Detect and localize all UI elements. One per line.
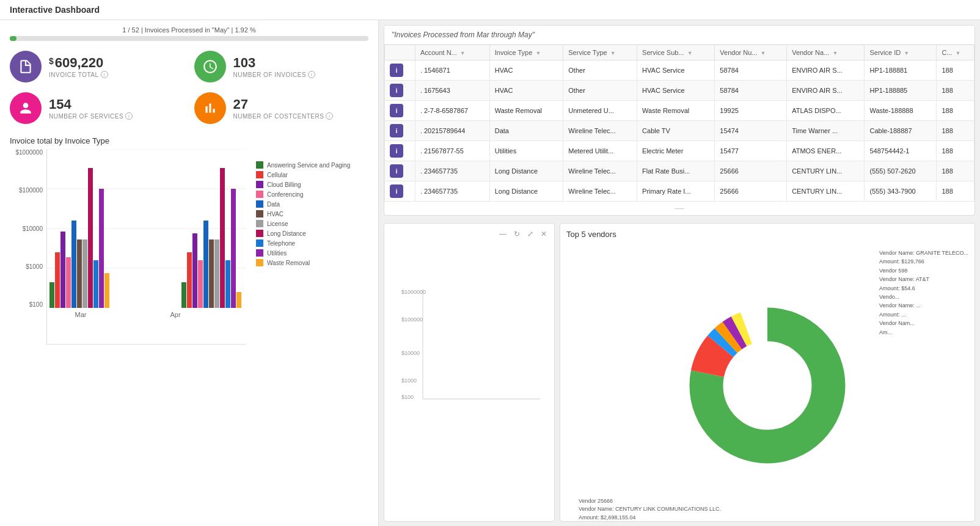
legend-telephone: Telephone bbox=[256, 239, 368, 247]
table-row[interactable]: i . 1675643 HVAC Other HVAC Service 5878… bbox=[385, 81, 975, 101]
cell-service-id: HP1-188881 bbox=[865, 60, 937, 81]
cell-service-type: Other bbox=[563, 81, 637, 101]
svg-rect-10 bbox=[82, 239, 87, 308]
vendor-annotation-7: Vendor Name: ... bbox=[879, 301, 968, 310]
table-row[interactable]: i . 2-7-8-6587867 Waste Removal Unmetere… bbox=[385, 101, 975, 121]
cell-service-id: HP1-188885 bbox=[865, 81, 937, 101]
cell-vendor-nu: 58784 bbox=[715, 60, 787, 81]
svg-rect-24 bbox=[231, 189, 236, 308]
vendor-annotation-2: Amount: $129,766 bbox=[879, 257, 968, 266]
cell-service-id: (555) 343-7900 bbox=[865, 181, 937, 202]
progress-bar-fill bbox=[10, 36, 16, 41]
col-service-type[interactable]: Service Type ▼ bbox=[563, 45, 637, 60]
invoice-total-info-icon[interactable]: i bbox=[101, 71, 108, 78]
kpi-num-invoices-label: NUMBER OF INVOICES i bbox=[233, 71, 316, 78]
col-vendor-nu[interactable]: Vendor Nu... ▼ bbox=[715, 45, 787, 60]
kpi-grid: $609,220 INVOICE TOTAL i 103 bbox=[10, 51, 368, 124]
col-service-sub[interactable]: Service Sub... ▼ bbox=[637, 45, 715, 60]
svg-text:$10000: $10000 bbox=[401, 350, 420, 356]
legend-license: License bbox=[256, 220, 368, 227]
col-account-n[interactable]: Account N... ▼ bbox=[415, 45, 489, 60]
bottom-panels: — ↻ ⤢ ✕ $1000000 $100000 bbox=[379, 221, 980, 526]
table-row[interactable]: i . 234657735 Long Distance Wireline Tel… bbox=[385, 181, 975, 202]
close-button[interactable]: ✕ bbox=[538, 228, 549, 239]
kpi-icon-person bbox=[10, 92, 42, 124]
vendor-bottom-annotation-3: Amount: $2,698,155.04 bbox=[579, 514, 721, 522]
table-row[interactable]: i . 234657735 Long Distance Wireline Tel… bbox=[385, 161, 975, 181]
kpi-num-services-label: NUMBER OF SERVICES i bbox=[49, 112, 133, 120]
legend-cellular: Cellular bbox=[256, 171, 368, 178]
row-info-cell: i bbox=[385, 181, 415, 202]
svg-point-39 bbox=[723, 342, 811, 429]
num-invoices-info-icon[interactable]: i bbox=[308, 71, 315, 78]
cell-service-sub: Primary Rate I... bbox=[637, 181, 715, 202]
vendor-annotation-9: Vendor Nam... bbox=[879, 319, 968, 327]
table-row[interactable]: i . 20215789644 Data Wireline Telec... C… bbox=[385, 121, 975, 141]
row-info-cell: i bbox=[385, 101, 415, 121]
num-costcenters-info-icon[interactable]: i bbox=[326, 112, 333, 120]
progress-bar-container bbox=[10, 36, 368, 41]
num-services-info-icon[interactable]: i bbox=[125, 112, 133, 120]
svg-rect-16 bbox=[187, 252, 192, 308]
col-c[interactable]: C... ▼ bbox=[937, 45, 975, 60]
col-invoice-type[interactable]: Invoice Type ▼ bbox=[489, 45, 563, 60]
row-info-button[interactable]: i bbox=[390, 144, 403, 158]
refresh-button[interactable]: ↻ bbox=[511, 228, 522, 239]
main-content: 1 / 52 | Invoices Processed in "May" | 1… bbox=[0, 20, 980, 526]
invoice-table: Account N... ▼ Invoice Type ▼ Service Ty… bbox=[384, 45, 975, 202]
kpi-num-costcenters-values: 27 NUMBER OF COSTCENTERS i bbox=[233, 97, 334, 120]
row-info-button[interactable]: i bbox=[390, 64, 403, 77]
cell-invoice-type: Data bbox=[489, 121, 563, 141]
row-info-button[interactable]: i bbox=[390, 124, 403, 137]
row-info-cell: i bbox=[385, 60, 415, 81]
cell-account-n: . 20215789644 bbox=[415, 121, 489, 141]
row-info-button[interactable]: i bbox=[390, 184, 403, 198]
legend-data: Data bbox=[256, 200, 368, 208]
kpi-icon-clock bbox=[194, 51, 226, 82]
table-row[interactable]: i . 1546871 HVAC Other HVAC Service 5878… bbox=[385, 60, 975, 81]
expand-button[interactable]: ⤢ bbox=[525, 228, 536, 239]
legend-answering: Answering Service and Paging bbox=[256, 161, 368, 169]
progress-area: 1 / 52 | Invoices Processed in "May" | 1… bbox=[10, 26, 368, 41]
cell-c: 188 bbox=[937, 81, 975, 101]
svg-rect-23 bbox=[225, 260, 230, 308]
kpi-invoice-total-label: INVOICE TOTAL i bbox=[49, 71, 108, 78]
svg-rect-12 bbox=[93, 260, 98, 308]
svg-rect-20 bbox=[209, 239, 214, 308]
cell-account-n: . 2-7-8-6587867 bbox=[415, 101, 489, 121]
svg-rect-8 bbox=[71, 221, 76, 308]
kpi-icon-chart bbox=[194, 92, 226, 124]
row-info-cell: i bbox=[385, 81, 415, 101]
row-info-button[interactable]: i bbox=[390, 84, 403, 97]
svg-rect-6 bbox=[60, 232, 65, 308]
svg-rect-4 bbox=[49, 282, 54, 308]
minimize-button[interactable]: — bbox=[497, 228, 509, 239]
svg-rect-13 bbox=[99, 189, 104, 308]
col-vendor-na[interactable]: Vendor Na... ▼ bbox=[787, 45, 865, 60]
row-info-button[interactable]: i bbox=[390, 164, 403, 178]
svg-rect-11 bbox=[88, 168, 93, 308]
row-info-button[interactable]: i bbox=[390, 104, 403, 117]
cell-service-sub: Waste Removal bbox=[637, 101, 715, 121]
cell-invoice-type: HVAC bbox=[489, 81, 563, 101]
cell-service-type: Wireline Telec... bbox=[563, 121, 637, 141]
table-row[interactable]: i . 21567877-55 Utilities Metered Utilit… bbox=[385, 141, 975, 161]
cell-service-sub: Electric Meter bbox=[637, 141, 715, 161]
kpi-invoice-total-amount: $609,220 bbox=[49, 55, 108, 71]
chart-legend: Answering Service and Paging Cellular Cl… bbox=[246, 149, 368, 345]
vendors-panel-title: Top 5 vendors bbox=[566, 230, 968, 239]
vendor-bottom-annotation-2: Vendor Name: CENTURY LINK COMMUNICATIONS… bbox=[579, 505, 721, 514]
cell-account-n: . 234657735 bbox=[415, 161, 489, 181]
invoice-table-section: "Invoices Processed from Mar through May… bbox=[384, 25, 975, 216]
donut-chart-svg bbox=[676, 294, 859, 477]
cell-account-n: . 1546871 bbox=[415, 60, 489, 81]
vendor-annotation-5: Amount: $54.6 bbox=[879, 284, 968, 293]
chart-area: $1000000 $100000 $10000 $1000 $100 bbox=[10, 149, 368, 345]
col-service-id[interactable]: Service ID ▼ bbox=[865, 45, 937, 60]
svg-text:$1000: $1000 bbox=[401, 378, 417, 384]
svg-rect-9 bbox=[77, 239, 82, 308]
scroll-hint: — bbox=[384, 203, 975, 214]
chart-title: Invoice total by Invoice Type bbox=[10, 136, 368, 145]
cell-service-sub: HVAC Service bbox=[637, 81, 715, 101]
cell-vendor-nu: 25666 bbox=[715, 181, 787, 202]
